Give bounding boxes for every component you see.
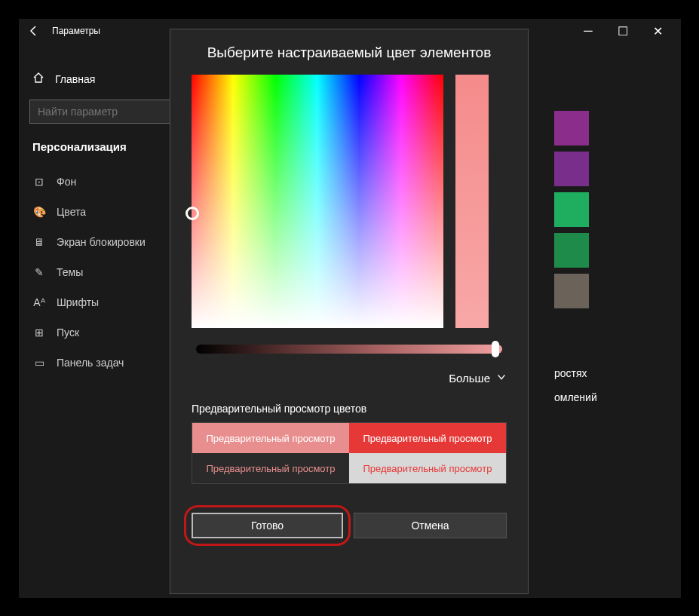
back-button[interactable] [25, 22, 43, 40]
maximize-button[interactable]: ☐ [605, 19, 640, 43]
done-button-highlight: Готово [192, 513, 343, 538]
picture-icon: ⊡ [32, 176, 46, 188]
color-spectrum[interactable] [192, 75, 443, 328]
arrow-left-icon [28, 25, 40, 37]
nav-label: Пуск [57, 326, 79, 339]
nav-label: Экран блокировки [57, 236, 146, 248]
close-button[interactable]: ✕ [640, 19, 675, 43]
cancel-button[interactable]: Отмена [354, 513, 507, 538]
preview-cell: Предварительный просмотр [192, 453, 349, 483]
nav-label: Темы [57, 266, 83, 278]
more-label: Больше [449, 372, 490, 385]
color-swatch[interactable] [554, 152, 589, 186]
nav-label: Цвета [57, 206, 86, 218]
palette-icon: 🎨 [32, 206, 46, 218]
done-button[interactable]: Готово [192, 513, 343, 538]
minimize-button[interactable]: ─ [571, 19, 605, 43]
color-swatch[interactable] [554, 233, 589, 268]
preview-cell: Предварительный просмотр [349, 453, 506, 483]
taskbar-icon: ▭ [32, 357, 46, 369]
window-title: Параметры [52, 26, 100, 36]
dialog-title: Выберите настраиваемый цвет элементов [192, 44, 507, 61]
spectrum-cursor[interactable] [185, 207, 199, 220]
partial-text: ростях [554, 367, 587, 379]
nav-label: Панель задач [57, 357, 124, 369]
color-swatch[interactable] [554, 274, 589, 308]
more-toggle[interactable]: Больше [192, 372, 507, 385]
monitor-icon: 🖥 [32, 236, 46, 248]
background-swatches [554, 111, 589, 311]
partial-text: омлений [554, 391, 597, 403]
home-icon [32, 72, 44, 86]
brush-icon: ✎ [32, 266, 46, 278]
preview-cell: Предварительный просмотр [192, 423, 349, 453]
saturation-bar[interactable] [455, 75, 489, 328]
value-slider[interactable] [196, 345, 502, 354]
color-swatch[interactable] [554, 192, 589, 227]
chevron-down-icon [496, 372, 507, 385]
nav-label: Фон [57, 176, 76, 188]
font-icon: Aᴬ [32, 296, 46, 308]
nav-label: Шрифты [57, 296, 99, 308]
preview-heading: Предварительный просмотр цветов [192, 403, 507, 415]
preview-cell: Предварительный просмотр [349, 423, 506, 453]
preview-grid: Предварительный просмотр Предварительный… [192, 422, 507, 484]
grid-icon: ⊞ [32, 326, 46, 339]
slider-thumb[interactable] [492, 341, 499, 357]
color-swatch[interactable] [554, 111, 589, 146]
color-picker-dialog: Выберите настраиваемый цвет элементов Бо… [170, 29, 529, 594]
home-label: Главная [55, 73, 95, 85]
